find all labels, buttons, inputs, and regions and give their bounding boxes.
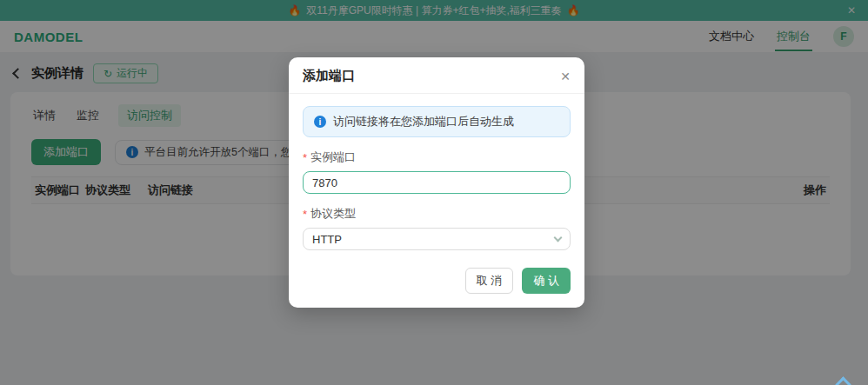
- required-mark: *: [303, 151, 307, 164]
- cancel-button[interactable]: 取 消: [465, 268, 514, 294]
- protocol-type-selected-value: HTTP: [312, 233, 342, 246]
- modal-footer: 取 消 确 认: [289, 250, 584, 308]
- info-icon: i: [314, 116, 326, 128]
- protocol-type-label-text: 协议类型: [310, 206, 356, 222]
- auto-link-alert: i 访问链接将在您添加端口后自动生成: [303, 106, 571, 137]
- modal-body: i 访问链接将在您添加端口后自动生成 * 实例端口 * 协议类型 HTTP: [289, 94, 584, 250]
- protocol-type-label: * 协议类型: [303, 206, 571, 222]
- back-to-top-button[interactable]: [838, 379, 849, 385]
- add-port-modal: 添加端口 ✕ i 访问链接将在您添加端口后自动生成 * 实例端口 * 协议类型 …: [289, 57, 584, 308]
- auto-link-alert-text: 访问链接将在您添加端口后自动生成: [333, 114, 514, 129]
- instance-port-input[interactable]: [303, 171, 571, 194]
- modal-title: 添加端口: [303, 68, 355, 84]
- required-mark: *: [303, 208, 307, 221]
- confirm-button[interactable]: 确 认: [522, 268, 571, 294]
- modal-header: 添加端口 ✕: [289, 57, 584, 94]
- protocol-type-select[interactable]: HTTP: [303, 228, 571, 250]
- app-screen: 🔥 双11丹摩GPU限时特惠 | 算力券+红包+抽奖,福利三重奏 🔥 ✕ DAM…: [0, 0, 868, 385]
- instance-port-label-text: 实例端口: [310, 149, 356, 165]
- instance-port-label: * 实例端口: [303, 149, 571, 165]
- chevron-down-icon: [554, 234, 563, 242]
- modal-close-icon[interactable]: ✕: [560, 70, 571, 83]
